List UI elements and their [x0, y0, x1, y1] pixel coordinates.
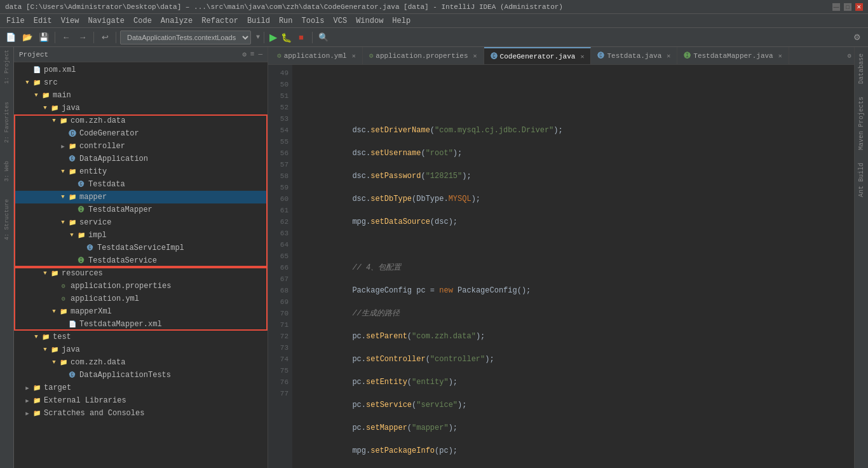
- label-test-comzzhdata: com.zzh.data: [71, 358, 125, 367]
- tab-codegenerator[interactable]: 🅒 CodeGenerator.java ✕: [484, 47, 592, 65]
- separator-2: [93, 32, 94, 43]
- tree-item-testdatamapper[interactable]: 🅘 TestdataMapper: [14, 203, 268, 216]
- icon-testdatamapper: 🅘: [76, 205, 86, 215]
- right-tab-database[interactable]: Database: [857, 50, 866, 88]
- menu-code[interactable]: Code: [130, 16, 156, 26]
- tree-item-controller[interactable]: ▶ 📁 controller: [14, 140, 268, 153]
- line-num-55: 55: [268, 136, 288, 148]
- menu-navigate[interactable]: Navigate: [84, 16, 128, 26]
- tree-item-service[interactable]: ▼ 📁 service: [14, 216, 268, 229]
- toolbar-settings[interactable]: ⚙: [850, 31, 864, 45]
- right-tab-ant[interactable]: Ant Build: [857, 159, 866, 201]
- menu-analyze[interactable]: Analyze: [157, 16, 196, 26]
- line-num-61: 61: [268, 205, 288, 216]
- tree-item-main[interactable]: ▼ 📁 main: [14, 89, 268, 102]
- tree-item-testdatamapper-xml[interactable]: 📄 TestdataMapper.xml: [14, 318, 268, 331]
- stop-button[interactable]: ■: [294, 31, 308, 45]
- menu-vcs[interactable]: VCS: [330, 16, 351, 26]
- line-58: PackageConfig pc = new PackageConfig();: [297, 286, 531, 295]
- toolbar-search[interactable]: 🔍: [316, 31, 330, 45]
- line-num-62: 62: [268, 216, 288, 228]
- menu-window[interactable]: Window: [352, 16, 387, 26]
- menu-refactor[interactable]: Refactor: [198, 16, 242, 26]
- tree-item-testdataservice[interactable]: 🅘 TestdataService: [14, 254, 268, 267]
- right-tab-maven[interactable]: Maven Projects: [857, 93, 866, 154]
- tree-item-test[interactable]: ▼ 📁 test: [14, 331, 268, 343]
- left-tab-web[interactable]: 3: Web: [4, 158, 10, 184]
- project-tree[interactable]: 📄 pom.xml ▼ 📁 src ▼ 📁 main ▼ 📁: [14, 62, 268, 468]
- tree-item-scratches[interactable]: ▶ 📁 Scratches and Consoles: [14, 407, 268, 420]
- toolbar-undo[interactable]: ↩: [98, 31, 112, 45]
- toolbar-back[interactable]: ←: [59, 31, 73, 45]
- arrow-test-java: ▼: [41, 347, 50, 353]
- tab-testdatamapper[interactable]: 🅘 TestdataMapper.java ✕: [677, 47, 789, 65]
- label-java-folder: java: [62, 104, 80, 113]
- label-mapperxml: mapperXml: [71, 307, 112, 316]
- tree-item-java[interactable]: ▼ 📁 java: [14, 102, 268, 114]
- menu-build[interactable]: Build: [243, 16, 274, 26]
- tree-item-application-properties[interactable]: ⚙ application.properties: [14, 280, 268, 292]
- menu-help[interactable]: Help: [388, 16, 414, 26]
- minimize-button[interactable]: —: [832, 3, 840, 11]
- menu-tools[interactable]: Tools: [298, 16, 329, 26]
- tab-testdata[interactable]: 🅒 Testdata.java ✕: [591, 47, 677, 65]
- project-minimize-icon[interactable]: —: [258, 50, 262, 59]
- menu-file[interactable]: File: [3, 16, 29, 26]
- menu-run[interactable]: Run: [275, 16, 297, 26]
- tree-item-application-yml[interactable]: ⚙ application.yml: [14, 292, 268, 305]
- tab-application-yml[interactable]: ⚙ application.yml ✕: [271, 47, 363, 65]
- tree-item-testdataserviceimpl[interactable]: 🅒 TestdataServiceImpl: [14, 242, 268, 254]
- label-impl: impl: [88, 231, 107, 240]
- menu-edit[interactable]: Edit: [30, 16, 56, 26]
- tree-item-external-libraries[interactable]: ▶ 📁 External Libraries: [14, 394, 268, 407]
- tree-item-com-zzh-data[interactable]: ▼ 📁 com.zzh.data: [14, 114, 268, 127]
- line-num-70: 70: [268, 308, 288, 319]
- tree-item-mapperxml[interactable]: ▼ 📁 mapperXml: [14, 305, 268, 318]
- close-button[interactable]: ✕: [855, 3, 863, 11]
- project-gear-icon[interactable]: ⚙: [242, 50, 247, 59]
- toolbar-forward[interactable]: →: [76, 31, 90, 45]
- tree-item-pom[interactable]: 📄 pom.xml: [14, 64, 268, 76]
- line-num-66: 66: [268, 262, 288, 273]
- tab-close-codegenerator[interactable]: ✕: [580, 53, 584, 60]
- left-tab-project[interactable]: 1: Project: [4, 47, 10, 86]
- tree-item-test-comzzhdata[interactable]: ▼ 📁 com.zzh.data: [14, 356, 268, 369]
- editor-area: ⚙ application.yml ✕ ⚙ application.proper…: [268, 47, 854, 468]
- tree-item-codegenerator[interactable]: 🅒 CodeGenerator: [14, 127, 268, 140]
- line-num-60: 60: [268, 193, 288, 205]
- tree-item-src[interactable]: ▼ 📁 src: [14, 76, 268, 89]
- arrow-target: ▶: [23, 385, 32, 392]
- tree-item-impl[interactable]: ▼ 📁 impl: [14, 229, 268, 242]
- arrow-src: ▼: [23, 79, 32, 86]
- left-tab-structure[interactable]: 4: Structure: [4, 196, 10, 243]
- tree-item-target[interactable]: ▶ 📁 target: [14, 382, 268, 394]
- tab-close-properties[interactable]: ✕: [473, 52, 477, 60]
- settings-icon[interactable]: ⚙: [848, 53, 851, 60]
- tab-close-testdata[interactable]: ✕: [667, 52, 670, 60]
- tree-item-resources[interactable]: ▼ 📁 resources: [14, 267, 268, 280]
- debug-button[interactable]: 🐛: [281, 32, 292, 43]
- project-layout-icon[interactable]: ≡: [250, 50, 255, 59]
- toolbar-new-file[interactable]: 📄: [4, 31, 18, 45]
- line-54: dsc.setDbType(DbType.MYSQL);: [297, 195, 480, 203]
- toolbar-save[interactable]: 💾: [37, 31, 51, 45]
- tree-item-dataapplication[interactable]: 🅒 DataApplication: [14, 153, 268, 165]
- tree-item-testdata[interactable]: 🅒 Testdata: [14, 178, 268, 191]
- label-com-zzh-data: com.zzh.data: [71, 116, 125, 125]
- tree-item-dataapplicationtests[interactable]: 🅒 DataApplicationTests: [14, 369, 268, 382]
- tree-item-mapper[interactable]: ▼ 📁 mapper: [14, 191, 268, 203]
- tab-close-yml[interactable]: ✕: [352, 52, 356, 60]
- menu-view[interactable]: View: [57, 16, 83, 26]
- project-header: Project ⚙ ≡ —: [14, 47, 268, 62]
- tree-item-entity[interactable]: ▼ 📁 entity: [14, 165, 268, 178]
- tree-item-test-java[interactable]: ▼ 📁 java: [14, 343, 268, 356]
- tab-close-testdatamapper[interactable]: ✕: [778, 52, 782, 60]
- maximize-button[interactable]: □: [844, 3, 851, 11]
- tab-application-properties[interactable]: ⚙ application.properties ✕: [363, 47, 484, 65]
- toolbar-open[interactable]: 📂: [20, 31, 34, 45]
- run-button[interactable]: ▶: [268, 31, 278, 43]
- label-test-java: java: [62, 345, 80, 354]
- run-config-dropdown[interactable]: DataApplicationTests.contextLoads: [120, 31, 251, 45]
- left-tab-favorites[interactable]: 2: Favorites: [4, 99, 10, 146]
- code-content[interactable]: dsc.setDriverName("com.mysql.cj.jdbc.Dri…: [292, 65, 854, 468]
